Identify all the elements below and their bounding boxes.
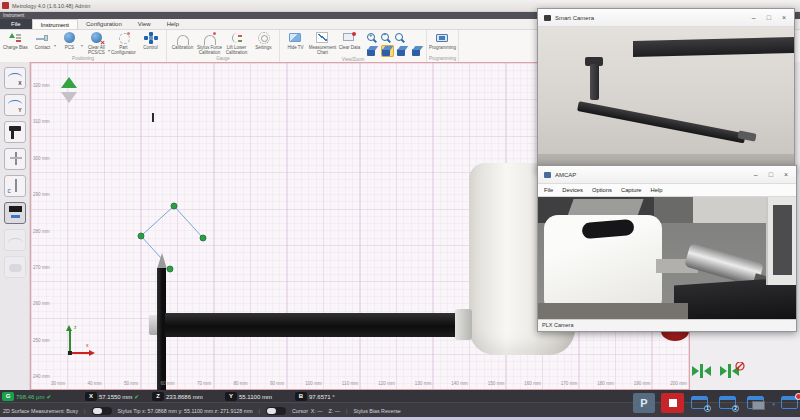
sidebar-tool-probe-view[interactable] bbox=[4, 202, 26, 224]
pan-down-icon[interactable] bbox=[61, 92, 77, 103]
bottom-ruler-label: 110 mm bbox=[342, 381, 358, 386]
bottom-ruler-label: 160 mm bbox=[524, 381, 541, 386]
tab-file[interactable]: File bbox=[0, 19, 32, 29]
sidebar-tool-stylus-lower[interactable] bbox=[4, 175, 26, 197]
ribbon-group-gauge: CalibrationStylus Force CalibrationLift … bbox=[167, 30, 280, 62]
stylus-lower-icon bbox=[5, 176, 25, 196]
stop-button[interactable] bbox=[661, 393, 684, 413]
maximize-icon[interactable]: □ bbox=[769, 170, 773, 180]
ribbon-button-clear-all-pcs-cs[interactable]: Clear All PCS/CS▾ bbox=[83, 30, 110, 55]
check-icon: ✔ bbox=[46, 393, 51, 400]
tab-view[interactable]: View bbox=[130, 19, 159, 29]
axis-value-z: 233.8686 mm bbox=[166, 394, 203, 400]
ribbon-group-programming: ProgrammingProgramming bbox=[427, 30, 459, 62]
left-ruler-label: 300 mm bbox=[33, 156, 50, 161]
window-frame-shape bbox=[766, 197, 796, 285]
menu-item-devices[interactable]: Devices bbox=[562, 187, 583, 193]
probe-orientation-icons[interactable] bbox=[692, 362, 750, 386]
smart-camera-window[interactable]: Smart Camera – □ × bbox=[537, 8, 795, 171]
bottom-ruler-label: 40 mm bbox=[87, 381, 101, 386]
axis-field-y: Y55.1100 mm bbox=[225, 392, 272, 401]
axis-field-x: X57.1550 mm✔ bbox=[85, 392, 139, 401]
monitor-close-button[interactable] bbox=[778, 393, 800, 413]
measurement-status: 2D Surface Measurement: Busy bbox=[3, 408, 78, 414]
horizontal-arm bbox=[165, 313, 457, 337]
sidebar-tool-arc bbox=[4, 229, 26, 251]
ribbon-button-part-configurator[interactable]: Part Configurator bbox=[110, 30, 137, 55]
view-cube-front-icon[interactable] bbox=[366, 45, 379, 57]
ribbon-button-charge-bias[interactable]: Charge Bias bbox=[2, 30, 29, 50]
minimize-icon[interactable]: – bbox=[754, 170, 758, 180]
amcap-window[interactable]: AMCAP – □ × FileDevicesOptionsCaptureHel… bbox=[537, 165, 797, 332]
ribbon-button-pcs[interactable]: PCS▾ bbox=[56, 30, 83, 50]
tab-help[interactable]: Help bbox=[159, 19, 187, 29]
menu-item-options[interactable]: Options bbox=[592, 187, 612, 193]
contact-icon bbox=[36, 32, 49, 44]
camera-icon bbox=[544, 15, 551, 21]
zoom-out-icon[interactable]: − bbox=[380, 32, 392, 44]
pcs-icon bbox=[63, 32, 76, 44]
ribbon-button-calibration[interactable]: Calibration bbox=[169, 30, 196, 50]
close-icon[interactable]: × bbox=[782, 13, 786, 23]
monitor-layout-button[interactable]: ▾ bbox=[744, 393, 774, 413]
menu-item-file[interactable]: File bbox=[544, 187, 553, 193]
stylus-bias-label: Stylus Bias Reverse bbox=[353, 408, 400, 414]
zoom-in-icon[interactable]: + bbox=[366, 32, 378, 44]
ribbon-button-hide-tv[interactable]: Hide TV bbox=[282, 30, 309, 50]
origin-marker bbox=[152, 113, 154, 122]
sidebar-tool-probe-setup[interactable] bbox=[4, 121, 26, 143]
ribbon-button-control[interactable]: Control bbox=[137, 30, 164, 50]
tab-configuration[interactable]: Configuration bbox=[78, 19, 130, 29]
ribbon-group-positioning: Charge BiasContact▾PCS▾Clear All PCS/CS▾… bbox=[0, 30, 167, 62]
parking-button[interactable]: P bbox=[633, 393, 655, 413]
pan-up-icon[interactable] bbox=[61, 77, 77, 88]
probe-post-shape bbox=[590, 64, 599, 100]
probe-orientation-left-icon bbox=[692, 364, 711, 378]
stylus-tip-toggle[interactable] bbox=[92, 407, 112, 415]
ribbon-button-contact[interactable]: Contact▾ bbox=[29, 30, 56, 50]
ribbon-button-lift-lower-calibration[interactable]: Lift Lower Calibration bbox=[223, 30, 250, 55]
tab-instrument[interactable]: Instrument bbox=[32, 19, 78, 29]
amcap-title-bar[interactable]: AMCAP – □ × bbox=[538, 166, 796, 184]
monitor-1-button[interactable]: 1 bbox=[688, 393, 712, 413]
axis-value-y: 55.1100 mm bbox=[239, 394, 272, 400]
zoom-fit-icon[interactable] bbox=[394, 32, 406, 44]
cursor-toggle[interactable] bbox=[266, 407, 286, 415]
bottom-ruler-label: 50 mm bbox=[124, 381, 138, 386]
ribbon-button-clear-data[interactable]: Clear Data bbox=[336, 30, 363, 50]
sidebar-tool-x-profile[interactable] bbox=[4, 67, 26, 89]
monitor-2-button[interactable]: 2 bbox=[716, 393, 740, 413]
ribbon-button-programming[interactable]: Programming bbox=[429, 30, 456, 50]
left-ruler-label: 310 mm bbox=[33, 119, 50, 124]
bottom-ruler-label: 90 mm bbox=[270, 381, 284, 386]
smart-camera-feed bbox=[538, 27, 794, 170]
ribbon-button-settings[interactable]: Settings bbox=[250, 30, 277, 50]
left-ruler-label: 270 mm bbox=[33, 265, 50, 270]
sidebar-tool-y-profile[interactable] bbox=[4, 94, 26, 116]
view-cube-wire-icon[interactable] bbox=[396, 45, 409, 57]
record-dot-icon bbox=[795, 393, 800, 400]
minimize-icon[interactable]: – bbox=[752, 13, 756, 23]
view-cube-solid-icon[interactable] bbox=[411, 45, 424, 57]
view-cube-iso-icon[interactable] bbox=[381, 45, 394, 57]
machine-body-shape bbox=[544, 215, 662, 313]
chart-icon bbox=[316, 32, 329, 44]
z-axis-label: z bbox=[74, 324, 77, 330]
sidebar-tool-stylus-upper[interactable] bbox=[4, 148, 26, 170]
menu-item-help[interactable]: Help bbox=[651, 187, 663, 193]
maximize-icon[interactable]: □ bbox=[767, 13, 771, 23]
axis-value-g: 798.46 μm bbox=[16, 394, 44, 400]
part-config-icon bbox=[117, 32, 130, 44]
status-message-row: 2D Surface Measurement: Busy | Stylus Ti… bbox=[0, 404, 625, 417]
amcap-title: AMCAP bbox=[555, 172, 750, 178]
arm-connector bbox=[455, 309, 472, 340]
ribbon-button-stylus-force-calibration[interactable]: Stylus Force Calibration bbox=[196, 30, 223, 55]
ribbon-button-measurement-chart[interactable]: Measurement Chart bbox=[309, 30, 336, 55]
separator: | bbox=[346, 408, 347, 414]
stylus-tip-readout: Stylus Tip x: 57.0868 mm y: 55.1100 mm z… bbox=[118, 408, 253, 414]
menu-item-capture[interactable]: Capture bbox=[621, 187, 642, 193]
app-icon bbox=[2, 2, 9, 9]
smart-camera-title-bar[interactable]: Smart Camera – □ × bbox=[538, 9, 794, 27]
close-icon[interactable]: × bbox=[784, 170, 788, 180]
left-ruler-label: 320 mm bbox=[33, 83, 50, 88]
